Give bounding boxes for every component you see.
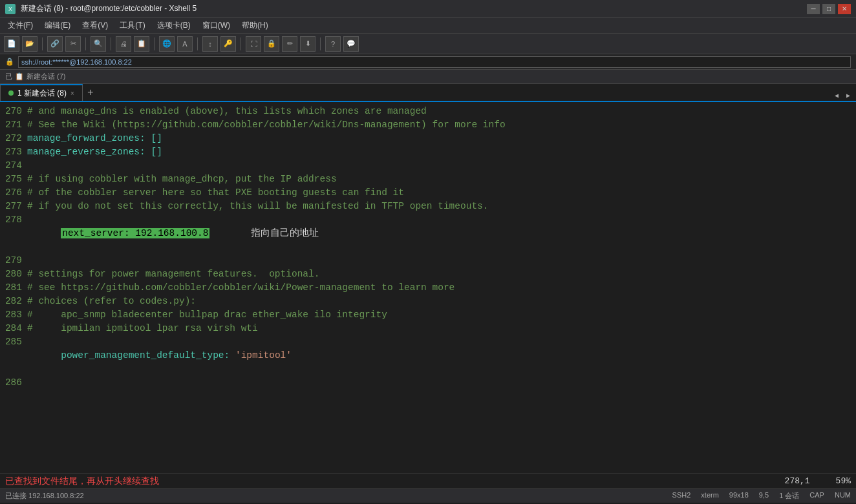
menu-view[interactable]: 查看(V)	[77, 19, 113, 32]
minimize-button[interactable]: ─	[807, 4, 820, 14]
window-controls[interactable]: ─ □ ✕	[807, 4, 851, 14]
line-number-270: 270	[0, 105, 27, 118]
toolbar-separator-6	[241, 37, 241, 50]
line-content-273: manage_reverse_zones: []	[27, 145, 856, 159]
line-content-276: # of the cobbler server here so that PXE…	[27, 186, 856, 200]
app-icon: X	[5, 4, 16, 14]
line-281: 281 # see https://github.com/cobbler/cob…	[0, 281, 856, 295]
connect-button[interactable]: 🔗	[47, 36, 63, 52]
highlight-next-server: next_server: 192.168.100.8	[61, 228, 209, 238]
caps-lock-label: CAP	[809, 491, 824, 501]
line-content-277: # if you do not set this correctly, this…	[27, 200, 856, 213]
globe-button[interactable]: 🌐	[159, 36, 175, 52]
transfer-button[interactable]: ↕	[202, 36, 218, 52]
address-input[interactable]	[18, 56, 851, 68]
toolbar: 📄 📂 🔗 ✂ 🔍 🖨 📋 🌐 A ↕ 🔑 ⛶ 🔒 ✏ ⬇ ? 💬	[0, 34, 856, 54]
chat-button[interactable]: 💬	[343, 36, 359, 52]
line-number-274: 274	[0, 159, 27, 173]
session-bookmark-icon: 已	[5, 72, 12, 81]
titlebar-left: X 新建会话 (8) - root@promote:/etc/cobbler -…	[5, 3, 197, 14]
menu-tabs[interactable]: 选项卡(B)	[152, 19, 196, 32]
menu-help[interactable]: 帮助(H)	[237, 19, 273, 32]
terminal-tabs: 1 新建会话 (8) × + ◀ ▶	[0, 84, 856, 102]
search-button[interactable]: 🔍	[91, 36, 106, 52]
line-number-282: 282	[0, 295, 27, 308]
tab-next-button[interactable]: ▶	[843, 90, 853, 101]
line-number-280: 280	[0, 268, 27, 281]
num-lock-label: NUM	[835, 491, 851, 501]
toolbar-separator-7	[320, 37, 321, 50]
line-number-273: 273	[0, 145, 27, 159]
line-279: 279	[0, 254, 856, 268]
compose-button[interactable]: ✏	[282, 36, 297, 52]
toolbar-separator	[42, 37, 43, 50]
menu-window[interactable]: 窗口(W)	[197, 19, 235, 32]
annotation-text: 指向自己的地址	[222, 228, 319, 238]
toolbar-separator-4	[154, 37, 155, 50]
tab-active-indicator	[8, 90, 14, 96]
line-content-274	[27, 159, 856, 173]
line-number-275: 275	[0, 173, 27, 186]
terminal-tab-active[interactable]: 1 新建会话 (8) ×	[0, 84, 83, 101]
menu-edit[interactable]: 编辑(E)	[39, 19, 76, 32]
value-text: 'ipmitool'	[235, 350, 292, 361]
new-session-button[interactable]: 📄	[4, 36, 19, 52]
line-number-283: 283	[0, 308, 27, 322]
line-content-285: power_management_default_type: 'ipmitool…	[27, 335, 856, 376]
terminal-tab-label: 1 新建会话 (8)	[17, 88, 67, 99]
fullscreen-button[interactable]: ⛶	[246, 36, 261, 52]
line-286: 286	[0, 376, 856, 390]
protocol-label: SSH2	[672, 491, 691, 501]
print-button[interactable]: 🖨	[116, 36, 131, 52]
tab-prev-button[interactable]: ◀	[831, 90, 842, 101]
line-280: 280 # settings for power management feat…	[0, 268, 856, 281]
terminal-tab-close[interactable]: ×	[70, 90, 74, 97]
tab-navigation: ◀ ▶	[831, 90, 856, 101]
font-button[interactable]: A	[177, 36, 193, 52]
key-button[interactable]: 🔑	[220, 36, 236, 52]
session-tab-label[interactable]: 📋 新建会话 (7)	[15, 72, 66, 81]
disconnect-button[interactable]: ✂	[65, 36, 81, 52]
scroll-percent: 59%	[836, 476, 851, 486]
line-number-285: 285	[0, 335, 27, 349]
line-270: 270 # and manage_dns is enabled (above),…	[0, 105, 856, 118]
line-number-281: 281	[0, 281, 27, 295]
line-content-281: # see https://github.com/cobbler/cobbler…	[27, 281, 856, 295]
line-content-280: # settings for power management features…	[27, 268, 856, 281]
line-number-279: 279	[0, 254, 27, 268]
scroll-button[interactable]: ⬇	[300, 36, 316, 52]
cursor-pos-label: 9,5	[759, 491, 769, 501]
help-btn[interactable]: ?	[325, 36, 341, 52]
window-title: 新建会话 (8) - root@promote:/etc/cobbler - X…	[21, 3, 197, 14]
term-size-label: 99x18	[729, 491, 749, 501]
key-text: power_management_default_type:	[61, 350, 235, 361]
statusbar: 已查找到文件结尾，再从开头继续查找 278,1 59%	[0, 473, 856, 488]
line-277: 277 # if you do not set this correctly, …	[0, 200, 856, 213]
toolbar-separator-3	[111, 37, 111, 50]
bottombar: 已连接 192.168.100.8:22 SSH2 xterm 99x18 9,…	[0, 488, 856, 503]
toolbar-separator-5	[197, 37, 198, 50]
menu-tools[interactable]: 工具(T)	[114, 19, 150, 32]
line-271: 271 # See the Wiki (https://github.com/c…	[0, 118, 856, 132]
toolbar-separator-2	[85, 37, 86, 50]
menu-file[interactable]: 文件(F)	[3, 19, 38, 32]
line-content-282: # choices (refer to codes.py):	[27, 295, 856, 308]
line-278: 278 next_server: 192.168.100.8 指向自己的地址	[0, 213, 856, 254]
close-button[interactable]: ✕	[838, 4, 851, 14]
maximize-button[interactable]: □	[822, 4, 835, 14]
line-number-286: 286	[0, 376, 27, 390]
bottombar-right: SSH2 xterm 99x18 9,5 1 会话 CAP NUM	[672, 491, 851, 501]
lock-icon: 🔒	[5, 58, 14, 66]
line-content-278: next_server: 192.168.100.8 指向自己的地址	[27, 213, 856, 254]
open-button[interactable]: 📂	[22, 36, 37, 52]
line-content-271: # See the Wiki (https://github.com/cobbl…	[27, 118, 856, 132]
line-content-286	[27, 376, 856, 390]
addressbar: 🔒	[0, 54, 856, 70]
connection-status: 已连接 192.168.100.8:22	[5, 491, 84, 501]
line-number-272: 272	[0, 132, 27, 145]
term-type-label: xterm	[701, 491, 719, 501]
lock-button[interactable]: 🔒	[264, 36, 279, 52]
paste-button[interactable]: 📋	[134, 36, 149, 52]
line-content-283: # apc_snmp bladecenter bullpap drac ethe…	[27, 308, 856, 322]
new-tab-button[interactable]: +	[83, 85, 98, 101]
